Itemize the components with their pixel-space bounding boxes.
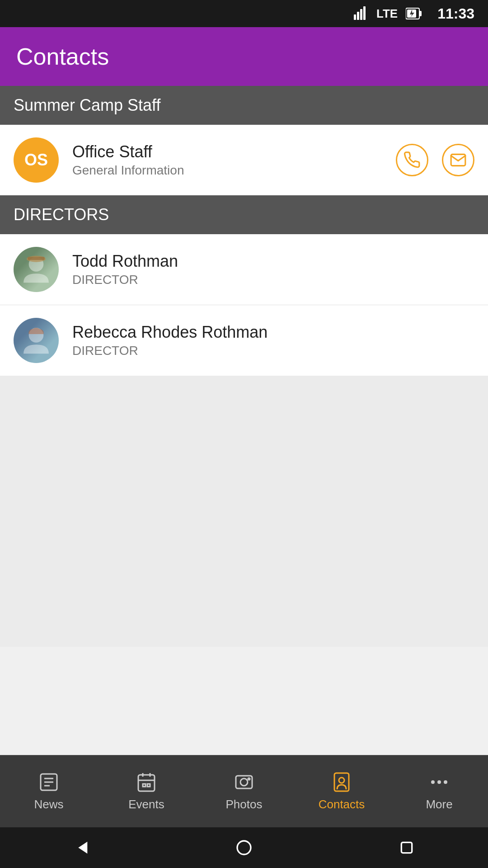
more-icon bbox=[428, 771, 450, 793]
nav-label-events: Events bbox=[128, 797, 164, 811]
section-header-summer-camp-staff: Summer Camp Staff bbox=[0, 86, 488, 125]
svg-rect-0 bbox=[354, 14, 356, 20]
phone-button-office-staff[interactable] bbox=[396, 144, 428, 176]
android-nav-bar bbox=[0, 827, 488, 868]
main-content: Summer Camp Staff OS Office Staff Genera… bbox=[0, 86, 488, 755]
email-icon bbox=[450, 151, 467, 169]
nav-label-photos: Photos bbox=[226, 797, 263, 811]
contact-item-office-staff[interactable]: OS Office Staff General Information bbox=[0, 125, 488, 195]
svg-rect-19 bbox=[143, 784, 145, 787]
contact-name-office-staff: Office Staff bbox=[72, 142, 396, 161]
svg-point-22 bbox=[240, 778, 248, 786]
contact-list-directors: Todd Rothman DIRECTOR Rebecca Rhodes Rot… bbox=[0, 234, 488, 376]
contact-name-rebecca-rhodes-rothman: Rebecca Rhodes Rothman bbox=[72, 323, 474, 342]
svg-point-30 bbox=[237, 841, 251, 854]
contact-info-todd-rothman: Todd Rothman DIRECTOR bbox=[72, 252, 474, 287]
svg-rect-20 bbox=[147, 784, 150, 787]
email-button-office-staff[interactable] bbox=[442, 144, 474, 176]
home-icon bbox=[235, 839, 253, 857]
svg-point-28 bbox=[444, 780, 447, 784]
nav-item-contacts[interactable]: Contacts bbox=[293, 765, 390, 818]
svg-marker-29 bbox=[78, 842, 87, 854]
avatar-todd-rothman bbox=[14, 247, 59, 292]
contact-role-office-staff: General Information bbox=[72, 163, 396, 178]
status-bar: LTE 11:33 bbox=[0, 0, 488, 27]
contact-name-todd-rothman: Todd Rothman bbox=[72, 252, 474, 271]
svg-rect-9 bbox=[28, 257, 44, 260]
recents-icon bbox=[398, 839, 416, 857]
page-title: Contacts bbox=[16, 43, 109, 70]
svg-rect-3 bbox=[363, 6, 366, 20]
nav-item-news[interactable]: News bbox=[0, 765, 98, 818]
phone-icon bbox=[404, 151, 421, 169]
back-icon bbox=[72, 839, 90, 857]
svg-rect-1 bbox=[357, 12, 359, 20]
contact-actions-office-staff bbox=[396, 144, 474, 176]
contact-list-summer-camp-staff: OS Office Staff General Information bbox=[0, 125, 488, 195]
avatar-office-staff: OS bbox=[14, 137, 59, 183]
avatar-rebecca-rhodes-rothman bbox=[14, 318, 59, 363]
contact-item-rebecca-rhodes-rothman[interactable]: Rebecca Rhodes Rothman DIRECTOR bbox=[0, 305, 488, 376]
nav-label-news: News bbox=[34, 797, 63, 811]
back-button[interactable] bbox=[68, 834, 95, 861]
photos-icon bbox=[233, 771, 255, 793]
battery-icon bbox=[406, 6, 422, 21]
svg-rect-5 bbox=[419, 11, 422, 16]
bottom-nav: News Events Photos Contacts bbox=[0, 755, 488, 827]
home-button[interactable] bbox=[230, 834, 258, 861]
contact-role-todd-rothman: DIRECTOR bbox=[72, 273, 474, 287]
status-icons: LTE 11:33 bbox=[354, 5, 474, 22]
contacts-icon bbox=[331, 771, 352, 793]
svg-point-27 bbox=[437, 780, 441, 784]
contact-role-rebecca-rhodes-rothman: DIRECTOR bbox=[72, 344, 474, 358]
nav-label-more: More bbox=[426, 797, 452, 811]
section-header-directors: DIRECTORS bbox=[0, 195, 488, 234]
nav-label-contacts: Contacts bbox=[319, 797, 365, 811]
avatar-silhouette-todd bbox=[20, 254, 52, 285]
events-icon bbox=[136, 771, 157, 793]
contact-info-rebecca-rhodes-rothman: Rebecca Rhodes Rothman DIRECTOR bbox=[72, 323, 474, 358]
svg-point-23 bbox=[248, 778, 250, 780]
nav-item-events[interactable]: Events bbox=[98, 765, 195, 818]
lte-badge: LTE bbox=[376, 7, 398, 21]
contact-item-todd-rothman[interactable]: Todd Rothman DIRECTOR bbox=[0, 234, 488, 305]
contact-info-office-staff: Office Staff General Information bbox=[72, 142, 396, 178]
recents-button[interactable] bbox=[393, 834, 420, 861]
app-header: Contacts bbox=[0, 27, 488, 86]
avatar-silhouette-rebecca bbox=[20, 325, 52, 356]
empty-content-area bbox=[0, 376, 488, 647]
svg-rect-2 bbox=[360, 9, 362, 20]
nav-item-more[interactable]: More bbox=[390, 765, 488, 818]
news-icon bbox=[38, 771, 60, 793]
signal-icon bbox=[354, 6, 368, 21]
nav-item-photos[interactable]: Photos bbox=[195, 765, 293, 818]
svg-rect-15 bbox=[138, 775, 155, 791]
svg-point-26 bbox=[431, 780, 435, 784]
svg-rect-31 bbox=[401, 842, 412, 853]
svg-point-25 bbox=[339, 778, 344, 783]
status-time: 11:33 bbox=[437, 5, 474, 22]
